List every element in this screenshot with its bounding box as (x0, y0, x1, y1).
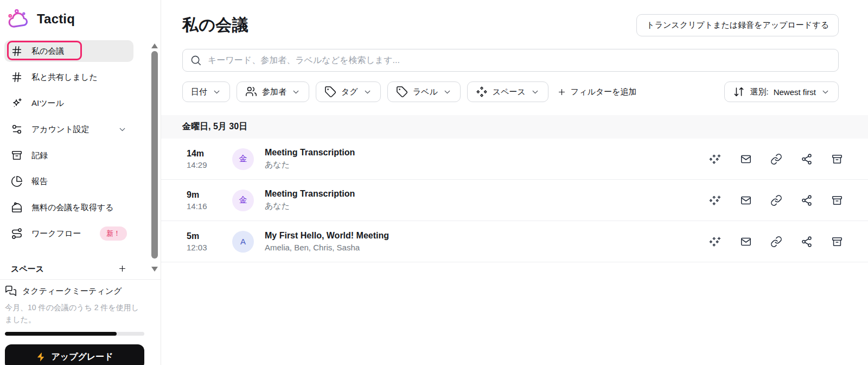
search-input[interactable] (182, 49, 839, 72)
meeting-row[interactable]: 5m 12:03 A My First Hello, World! Meetin… (161, 221, 868, 262)
avatar: 金 (232, 190, 254, 211)
scroll-down-arrow[interactable] (151, 267, 158, 272)
meeting-participants: あなた (265, 201, 355, 211)
email-action-button[interactable] (740, 194, 752, 206)
sidebar-item-recordings[interactable]: 記録 (4, 144, 133, 166)
archive-action-button[interactable] (831, 153, 843, 165)
main-header: 私の会議 トランスクリプトまたは録音をアップロードする (161, 0, 868, 36)
upload-transcript-button[interactable]: トランスクリプトまたは録音をアップロードする (636, 14, 839, 36)
email-action-button[interactable] (740, 153, 752, 165)
share-icon (801, 153, 813, 165)
page-title: 私の会議 (182, 14, 248, 36)
tag-icon (324, 86, 336, 98)
archive-action-button[interactable] (831, 194, 843, 206)
hash-icon (11, 45, 23, 57)
sidebar-item-shared-with-me[interactable]: 私と共有しました (4, 66, 133, 88)
meeting-duration: 14m (187, 149, 232, 159)
email-action-button[interactable] (740, 236, 752, 248)
ai-sparkle-plus-icon (710, 236, 722, 248)
chevron-down-icon (212, 87, 221, 97)
sort-arrows-icon (733, 86, 745, 98)
workflow-icon (11, 228, 23, 240)
share-action-button[interactable] (801, 153, 813, 165)
sidebar-spaces-heading[interactable]: スペース (4, 264, 133, 273)
archive-icon (831, 194, 843, 206)
ai-tools-action-button[interactable] (710, 236, 722, 248)
meeting-row[interactable]: 14m 14:29 金 Meeting Transcription あなた (161, 139, 868, 180)
search-bar (182, 49, 839, 72)
sidebar-item-my-meetings[interactable]: 私の会議 (4, 40, 133, 62)
date-filter-button[interactable]: 日付 (182, 81, 230, 102)
chevron-down-icon (118, 125, 127, 134)
plan-title-row: タクティークミーティング (5, 285, 144, 297)
sidebar-item-account-settings[interactable]: アカウント設定 (4, 118, 133, 140)
new-badge: 新！ (100, 226, 127, 241)
app-name: Tactiq (37, 11, 75, 27)
participants-filter-label: 参加者 (262, 87, 286, 97)
copy-link-action-button[interactable] (770, 194, 782, 206)
sort-button[interactable]: 選別: Newest first (724, 81, 839, 102)
sidebar-item-workflows[interactable]: ワークフロー 新！ (4, 223, 133, 244)
archive-icon (831, 153, 843, 165)
share-action-button[interactable] (801, 236, 813, 248)
meeting-title[interactable]: Meeting Transcription (265, 189, 355, 199)
usage-text: 今月、10 件の会議のうち 2 件を使用しました。 (5, 302, 145, 325)
chevron-down-icon (291, 87, 301, 97)
spaces-heading-label: スペース (11, 264, 44, 273)
scroll-up-arrow[interactable] (151, 43, 158, 48)
participants-filter-button[interactable]: 参加者 (237, 81, 309, 102)
tags-filter-button[interactable]: タグ (316, 81, 381, 102)
row-actions (710, 194, 843, 206)
add-space-icon[interactable] (118, 264, 127, 273)
sidebar-scrollbar[interactable] (151, 43, 158, 272)
spaces-diamonds-icon (476, 86, 488, 98)
sort-prefix: 選別: (750, 87, 768, 97)
date-filter-label: 日付 (191, 87, 207, 97)
sidebar-item-reports[interactable]: 報告 (4, 171, 133, 192)
avatar: A (232, 231, 254, 253)
copy-link-action-button[interactable] (770, 236, 782, 248)
share-icon (801, 194, 813, 206)
sidebar-item-get-free-meetings[interactable]: 無料の会議を取得する (4, 197, 133, 218)
sidebar-item-label: AIツール (31, 98, 64, 109)
meeting-title[interactable]: My First Hello, World! Meeting (265, 231, 389, 241)
search-icon (190, 54, 202, 66)
meeting-time-column: 5m 12:03 (187, 231, 232, 252)
upgrade-button[interactable]: アップグレード (5, 344, 144, 365)
link-icon (770, 194, 782, 206)
meeting-info: My First Hello, World! Meeting Amelia, B… (265, 231, 389, 252)
scrollbar-thumb[interactable] (151, 51, 158, 259)
mail-icon (740, 194, 752, 206)
app-logo[interactable]: Tactiq (0, 0, 161, 32)
sidebar-item-label: ワークフロー (31, 229, 81, 239)
ai-tools-action-button[interactable] (710, 153, 722, 165)
chevron-down-icon (531, 87, 540, 97)
archive-action-button[interactable] (831, 236, 843, 248)
plus-icon (557, 87, 566, 97)
archive-icon (831, 236, 843, 248)
date-group-header: 金曜日, 5月 30日 (161, 115, 868, 139)
add-filter-label: フィルターを追加 (571, 87, 637, 97)
meeting-title[interactable]: Meeting Transcription (265, 148, 355, 158)
hash-icon (11, 71, 23, 83)
plan-name: タクティークミーティング (22, 286, 122, 297)
row-actions (710, 236, 843, 248)
sidebar-item-label: 無料の会議を取得する (31, 203, 113, 213)
meeting-time-column: 14m 14:29 (187, 149, 232, 169)
copy-link-action-button[interactable] (770, 153, 782, 165)
sidebar-item-ai-tools[interactable]: AIツール (4, 92, 133, 114)
meeting-duration: 5m (187, 231, 232, 241)
add-filter-button[interactable]: フィルターを追加 (555, 87, 639, 97)
tactiq-cloud-icon (8, 9, 31, 29)
share-action-button[interactable] (801, 194, 813, 206)
row-actions (710, 153, 843, 165)
labels-filter-button[interactable]: ラベル (387, 81, 461, 102)
meeting-row[interactable]: 9m 14:16 金 Meeting Transcription あなた (161, 180, 868, 221)
meeting-info: Meeting Transcription あなた (265, 148, 355, 170)
sidebar-item-label: 報告 (31, 177, 48, 187)
chevron-down-icon (363, 87, 372, 97)
meeting-start-time: 14:29 (187, 160, 232, 169)
sort-value: Newest first (774, 87, 816, 97)
spaces-filter-button[interactable]: スペース (467, 81, 548, 102)
ai-tools-action-button[interactable] (710, 194, 722, 206)
